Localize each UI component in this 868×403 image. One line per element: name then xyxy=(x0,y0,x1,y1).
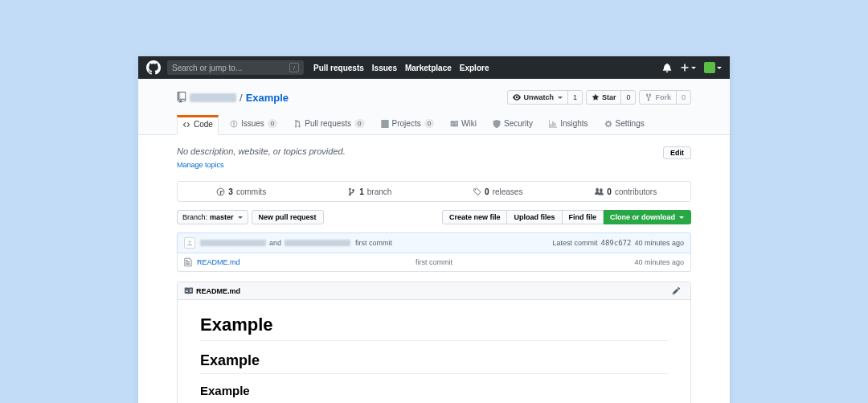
edit-description-button[interactable]: Edit xyxy=(663,146,691,159)
manage-topics-link[interactable]: Manage topics xyxy=(177,161,224,169)
nav-marketplace[interactable]: Marketplace xyxy=(405,64,452,72)
separator: / xyxy=(240,92,243,104)
caret-down-icon xyxy=(717,67,722,69)
new-pr-button[interactable]: New pull request xyxy=(252,210,324,224)
file-icon xyxy=(184,257,192,267)
tab-projects[interactable]: Projects0 xyxy=(376,114,440,134)
star-count[interactable]: 0 xyxy=(620,91,635,104)
caret-down-icon xyxy=(238,216,243,219)
github-logo-icon[interactable] xyxy=(146,60,161,75)
user-menu[interactable] xyxy=(704,62,722,73)
find-file-button[interactable]: Find file xyxy=(563,210,604,224)
pencil-icon[interactable] xyxy=(672,286,681,295)
pr-icon xyxy=(293,120,301,128)
repo-title: / Example xyxy=(177,92,289,104)
slash-key-icon: / xyxy=(289,63,299,72)
tab-code[interactable]: Code xyxy=(177,115,219,135)
commit-coauthor[interactable] xyxy=(285,240,350,246)
book-icon xyxy=(184,286,193,295)
commits-link[interactable]: 3commits xyxy=(178,182,306,201)
top-nav: Pull requests Issues Marketplace Explore xyxy=(313,64,489,72)
file-commit-msg[interactable]: first commit xyxy=(416,258,452,266)
star-icon xyxy=(592,93,600,101)
search-input[interactable]: Search or jump to... / xyxy=(167,60,304,75)
svg-point-0 xyxy=(189,241,191,243)
fork-icon xyxy=(645,93,653,101)
tab-security[interactable]: Security xyxy=(488,114,538,134)
upload-files-button[interactable]: Upload files xyxy=(507,210,562,224)
global-header: Search or jump to... / Pull requests Iss… xyxy=(138,56,730,79)
commit-author[interactable] xyxy=(200,240,266,246)
owner-link[interactable] xyxy=(190,93,236,102)
file-link[interactable]: README.md xyxy=(197,258,240,266)
branches-link[interactable]: 1branch xyxy=(306,182,435,201)
avatar xyxy=(704,62,715,73)
tab-wiki[interactable]: Wiki xyxy=(445,114,481,134)
shield-icon xyxy=(493,120,501,128)
create-file-button[interactable]: Create new file xyxy=(442,210,508,224)
tag-icon xyxy=(473,187,481,196)
issue-icon xyxy=(230,120,238,128)
file-list: README.md first commit 40 minutes ago xyxy=(177,253,691,272)
nav-explore[interactable]: Explore xyxy=(460,64,489,72)
file-row: README.md first commit 40 minutes ago xyxy=(178,253,690,271)
commit-sha[interactable]: 489c672 xyxy=(601,239,632,247)
repo-tabs: Code Issues0 Pull requests0 Projects0 Wi… xyxy=(177,114,691,134)
new-menu[interactable] xyxy=(680,63,696,72)
bell-icon[interactable] xyxy=(662,63,672,72)
search-placeholder: Search or jump to... xyxy=(172,64,242,72)
tab-insights[interactable]: Insights xyxy=(544,114,592,134)
tab-settings[interactable]: Settings xyxy=(600,114,649,134)
readme-h2: Example xyxy=(200,352,668,374)
repo-name-link[interactable]: Example xyxy=(246,92,289,104)
branch-icon xyxy=(347,187,356,196)
graph-icon xyxy=(549,120,557,128)
watch-count[interactable]: 1 xyxy=(567,91,582,104)
contributors-link[interactable]: 0contributors xyxy=(563,182,691,201)
readme-content: Example Example Example xyxy=(178,300,690,403)
commit-time: 40 minutes ago xyxy=(634,239,684,247)
commit-message[interactable]: first commit xyxy=(355,239,392,247)
caret-down-icon xyxy=(558,97,563,99)
project-icon xyxy=(381,120,389,128)
star-button[interactable]: Star 0 xyxy=(586,90,637,105)
fork-button[interactable]: Fork 0 xyxy=(639,90,691,105)
commit-avatar[interactable] xyxy=(184,237,195,249)
caret-down-icon xyxy=(691,67,696,69)
nav-issues[interactable]: Issues xyxy=(372,64,397,72)
history-icon xyxy=(216,187,225,196)
nav-pull-requests[interactable]: Pull requests xyxy=(313,64,364,72)
repo-icon xyxy=(177,92,186,103)
unwatch-button[interactable]: Unwatch 1 xyxy=(507,90,583,105)
branch-select[interactable]: Branch: master xyxy=(177,210,248,224)
fork-count[interactable]: 0 xyxy=(676,91,690,104)
repo-stats: 3commits 1branch 0releases 0contributors xyxy=(177,181,691,202)
caret-down-icon xyxy=(679,216,684,219)
eye-icon xyxy=(513,93,521,101)
latest-commit-bar: and first commit Latest commit 489c672 4… xyxy=(177,232,691,253)
readme-box: README.md Example Example Example xyxy=(177,282,691,403)
clone-download-button[interactable]: Clone or download xyxy=(604,210,691,224)
readme-h1: Example xyxy=(200,315,668,341)
file-time: 40 minutes ago xyxy=(634,258,684,266)
code-icon xyxy=(182,121,190,129)
readme-h3: Example xyxy=(200,384,668,397)
readme-filename: README.md xyxy=(196,287,240,295)
repo-description: No description, website, or topics provi… xyxy=(177,146,346,156)
people-icon xyxy=(595,187,604,196)
tab-pull-requests[interactable]: Pull requests0 xyxy=(289,114,369,134)
book-icon xyxy=(450,120,458,128)
plus-icon xyxy=(680,63,690,72)
releases-link[interactable]: 0releases xyxy=(434,182,563,201)
gear-icon xyxy=(604,120,612,128)
tab-issues[interactable]: Issues0 xyxy=(225,114,282,134)
